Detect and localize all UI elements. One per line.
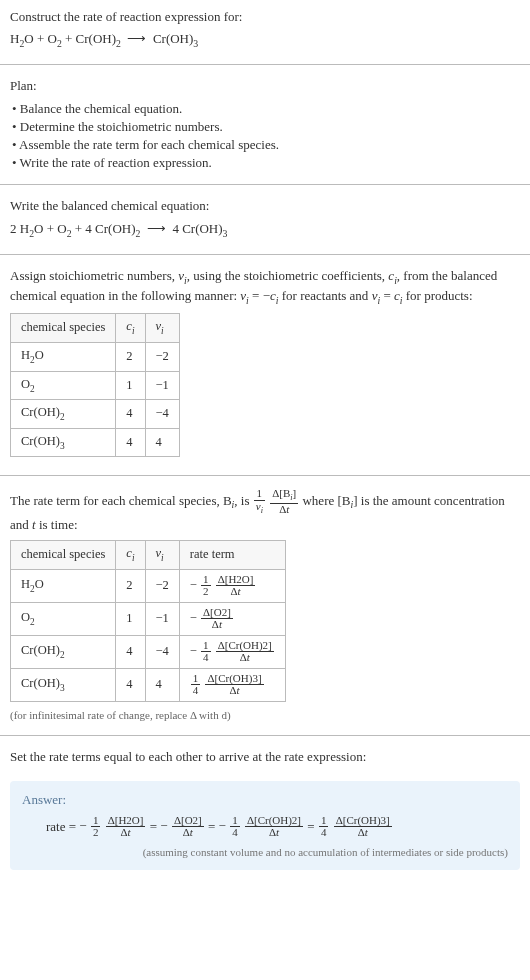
cell-species: H2O: [11, 342, 116, 371]
col-ci: ci: [116, 314, 145, 343]
table-row: H2O 2 −2 − 12 Δ[H2O]Δt: [11, 569, 286, 602]
answer-note: (assuming constant volume and no accumul…: [22, 845, 508, 860]
plan-item: Balance the chemical equation.: [12, 100, 520, 118]
denominator: νi: [254, 501, 265, 516]
text: The rate term for each chemical species,…: [10, 493, 232, 508]
rateterm-table: chemical species ci νi rate term H2O 2 −…: [10, 540, 286, 702]
cell-ci: 2: [116, 342, 145, 371]
cell-rate: − Δ[O2]Δt: [179, 602, 285, 635]
intro-section: Construct the rate of reaction expressio…: [0, 0, 530, 60]
numerator: Δ[Bi]: [270, 488, 298, 504]
cell-species: H2O: [11, 569, 116, 602]
intro-prompt: Construct the rate of reaction expressio…: [10, 8, 520, 26]
final-heading: Set the rate terms equal to each other t…: [10, 748, 520, 766]
cell-nui: −1: [145, 602, 179, 635]
rateterm-intro: The rate term for each chemical species,…: [10, 488, 520, 534]
fraction: Δ[Bi] Δt: [270, 488, 298, 515]
text: is time:: [36, 517, 78, 532]
divider: [0, 735, 530, 736]
cell-nui: −2: [145, 569, 179, 602]
plan-item: Assemble the rate term for each chemical…: [12, 136, 520, 154]
plan-list: Balance the chemical equation. Determine…: [10, 100, 520, 173]
cell-ci: 2: [116, 569, 145, 602]
plan-item: Determine the stoichiometric numbers.: [12, 118, 520, 136]
cell-species: Cr(OH)2: [11, 635, 116, 668]
plan-heading: Plan:: [10, 77, 520, 95]
stoich-table: chemical species ci νi H2O 2 −2 O2 1 −1 …: [10, 313, 180, 457]
table-row: H2O 2 −2: [11, 342, 180, 371]
cell-nui: −4: [145, 635, 179, 668]
cell-species: O2: [11, 602, 116, 635]
cell-species: Cr(OH)2: [11, 400, 116, 429]
stoich-intro: Assign stoichiometric numbers, νi, using…: [10, 267, 520, 307]
cell-ci: 1: [116, 371, 145, 400]
plan-section: Plan: Balance the chemical equation. Det…: [0, 69, 530, 180]
cell-ci: 4: [116, 668, 145, 701]
cell-nui: −4: [145, 400, 179, 429]
rateterm-section: The rate term for each chemical species,…: [0, 480, 530, 731]
plan-item: Write the rate of reaction expression.: [12, 154, 520, 172]
cell-ci: 1: [116, 602, 145, 635]
table-row: O2 1 −1: [11, 371, 180, 400]
cell-ci: 4: [116, 635, 145, 668]
divider: [0, 475, 530, 476]
balanced-heading: Write the balanced chemical equation:: [10, 197, 520, 215]
divider: [0, 254, 530, 255]
fraction: 1 νi: [254, 488, 265, 515]
cell-species: Cr(OH)3: [11, 428, 116, 457]
denominator: Δt: [270, 504, 298, 516]
table-row: Cr(OH)2 4 −4: [11, 400, 180, 429]
text: , is: [234, 493, 252, 508]
intro-equation: H2O + O2 + Cr(OH)2 ⟶ Cr(OH)3: [10, 30, 520, 50]
cell-ci: 4: [116, 428, 145, 457]
answer-box: Answer: rate = − 12 Δ[H2O]Δt = − Δ[O2]Δt…: [10, 781, 520, 871]
rateterm-footnote: (for infinitesimal rate of change, repla…: [10, 708, 520, 723]
col-nui: νi: [145, 540, 179, 569]
cell-rate: 14 Δ[Cr(OH)3]Δt: [179, 668, 285, 701]
col-species: chemical species: [11, 314, 116, 343]
cell-nui: 4: [145, 428, 179, 457]
table-row: Cr(OH)3 4 4: [11, 428, 180, 457]
table-header-row: chemical species ci νi: [11, 314, 180, 343]
stoich-section: Assign stoichiometric numbers, νi, using…: [0, 259, 530, 472]
col-ci: ci: [116, 540, 145, 569]
table-row: Cr(OH)2 4 −4 − 14 Δ[Cr(OH)2]Δt: [11, 635, 286, 668]
col-rate: rate term: [179, 540, 285, 569]
cell-species: Cr(OH)3: [11, 668, 116, 701]
cell-rate: − 14 Δ[Cr(OH)2]Δt: [179, 635, 285, 668]
answer-label: Answer:: [22, 791, 508, 809]
cell-species: O2: [11, 371, 116, 400]
cell-nui: −2: [145, 342, 179, 371]
balanced-section: Write the balanced chemical equation: 2 …: [0, 189, 530, 249]
text: where [B: [302, 493, 350, 508]
cell-ci: 4: [116, 400, 145, 429]
col-nui: νi: [145, 314, 179, 343]
cell-nui: −1: [145, 371, 179, 400]
table-header-row: chemical species ci νi rate term: [11, 540, 286, 569]
divider: [0, 184, 530, 185]
table-row: O2 1 −1 − Δ[O2]Δt: [11, 602, 286, 635]
balanced-equation: 2 H2O + O2 + 4 Cr(OH)2 ⟶ 4 Cr(OH)3: [10, 220, 520, 240]
divider: [0, 64, 530, 65]
final-section: Set the rate terms equal to each other t…: [0, 740, 530, 774]
table-row: Cr(OH)3 4 4 14 Δ[Cr(OH)3]Δt: [11, 668, 286, 701]
answer-equation: rate = − 12 Δ[H2O]Δt = − Δ[O2]Δt = − 14 …: [22, 815, 508, 839]
cell-rate: − 12 Δ[H2O]Δt: [179, 569, 285, 602]
cell-nui: 4: [145, 668, 179, 701]
col-species: chemical species: [11, 540, 116, 569]
